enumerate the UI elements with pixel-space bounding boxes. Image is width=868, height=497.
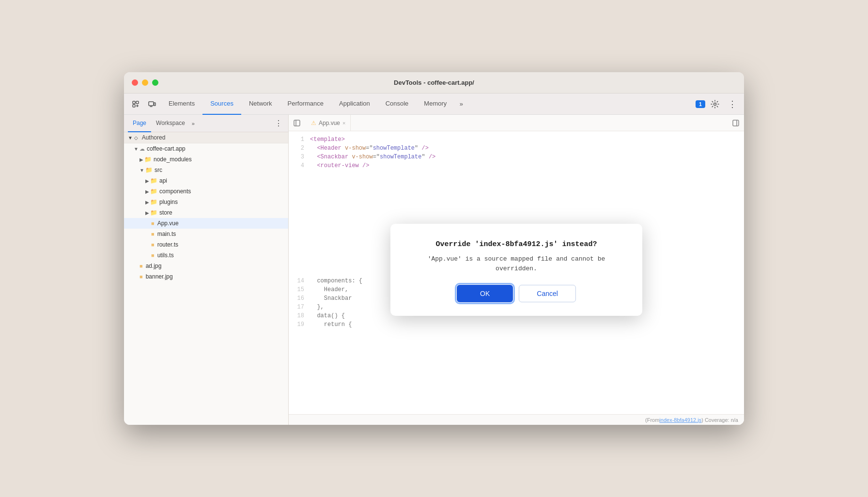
tabbar-right: 1 ⋮	[696, 96, 740, 112]
banner-file-icon: ■	[140, 274, 143, 280]
svg-rect-2	[133, 105, 135, 107]
store-arrow: ▶	[145, 210, 149, 216]
tab-performance[interactable]: Performance	[280, 93, 331, 115]
tab-sources[interactable]: Sources	[202, 93, 241, 115]
device-icon[interactable]	[144, 96, 160, 112]
vue-file-icon: ■	[151, 220, 155, 226]
utils-file-icon: ■	[151, 252, 155, 258]
file-tree: ▼ ☁ coffee-cart.app ▶ 📁 node_modules ▼ 📁…	[124, 143, 288, 425]
folder-icon: 📁	[144, 156, 152, 163]
settings-icon[interactable]	[707, 96, 723, 112]
tree-item-plugins[interactable]: ▶ 📁 plugins	[124, 197, 288, 207]
svg-rect-3	[149, 102, 154, 106]
src-folder-icon: 📁	[145, 167, 153, 173]
authored-section[interactable]: ▼ ◇ Authored	[124, 132, 288, 143]
tree-item-utils-ts[interactable]: ■ utils.ts	[124, 250, 288, 261]
plugins-arrow: ▶	[145, 200, 149, 205]
inspect-icon[interactable]	[128, 96, 143, 112]
main-tabbar: Elements Sources Network Performance App…	[124, 93, 744, 115]
dialog-buttons: OK Cancel	[410, 285, 623, 302]
ad-file-icon: ■	[140, 263, 143, 269]
plugins-folder-icon: 📁	[150, 199, 157, 205]
console-badge[interactable]: 1	[696, 100, 705, 108]
devtools-window: DevTools - coffee-cart.app/ Elements Sou…	[124, 72, 744, 425]
main-area: Page Workspace » ⋮ ▼ ◇ Authored ▼ ☁ cof	[124, 115, 744, 425]
tree-item-api[interactable]: ▶ 📁 api	[124, 175, 288, 186]
titlebar: DevTools - coffee-cart.app/	[124, 72, 744, 93]
editor-area: ⚠ App.vue × 1 <template>	[289, 115, 744, 425]
dialog-title: Override 'index-8bfa4912.js' instead?	[410, 239, 623, 249]
sidebar-options-icon[interactable]: ⋮	[273, 118, 284, 129]
dialog-ok-button[interactable]: OK	[457, 285, 513, 302]
svg-rect-4	[154, 103, 155, 106]
maximize-button[interactable]	[152, 79, 158, 86]
tree-item-banner-jpg[interactable]: ■ banner.jpg	[124, 271, 288, 282]
tab-console[interactable]: Console	[378, 93, 417, 115]
window-controls	[132, 79, 158, 86]
close-button[interactable]	[132, 79, 138, 86]
dialog-overlay: Override 'index-8bfa4912.js' instead? 'A…	[289, 131, 744, 414]
tab-application[interactable]: Application	[331, 93, 378, 115]
dialog-body: 'App.vue' is a source mapped file and ca…	[410, 254, 623, 273]
sidebar-more-tabs[interactable]: »	[190, 121, 197, 126]
svg-point-5	[714, 103, 716, 105]
api-arrow: ▶	[145, 178, 149, 184]
window-title: DevTools - coffee-cart.app/	[394, 79, 474, 86]
ts-file-icon: ■	[151, 231, 155, 237]
svg-rect-1	[136, 101, 139, 104]
router-file-icon: ■	[151, 242, 155, 248]
node-modules-arrow: ▶	[140, 157, 143, 162]
sidebar-tabs: Page Workspace » ⋮	[124, 115, 288, 132]
store-folder-icon: 📁	[150, 209, 157, 216]
tab-elements[interactable]: Elements	[161, 93, 202, 115]
tree-item-ad-jpg[interactable]: ■ ad.jpg	[124, 261, 288, 271]
tree-item-app-vue[interactable]: ■ App.vue	[124, 218, 288, 229]
minimize-button[interactable]	[142, 79, 148, 86]
tab-memory[interactable]: Memory	[416, 93, 454, 115]
dialog-cancel-button[interactable]: Cancel	[519, 285, 576, 302]
components-arrow: ▶	[145, 189, 149, 194]
tree-item-router-ts[interactable]: ■ router.ts	[124, 239, 288, 250]
dialog: Override 'index-8bfa4912.js' instead? 'A…	[390, 224, 642, 316]
code-editor[interactable]: 1 <template> 2 <Header v-show="showTempl…	[289, 131, 744, 414]
sidebar-tab-workspace[interactable]: Workspace	[151, 115, 190, 132]
tree-item-node_modules[interactable]: ▶ 📁 node_modules	[124, 154, 288, 165]
kebab-menu-icon[interactable]: ⋮	[725, 96, 740, 112]
domain-arrow-icon: ▼	[134, 146, 139, 152]
tree-item-domain[interactable]: ▼ ☁ coffee-cart.app	[124, 143, 288, 154]
authored-arrow: ▼ ◇	[128, 135, 138, 140]
svg-rect-0	[133, 101, 135, 104]
sidebar: Page Workspace » ⋮ ▼ ◇ Authored ▼ ☁ cof	[124, 115, 289, 425]
tree-item-components[interactable]: ▶ 📁 components	[124, 186, 288, 197]
sidebar-tab-page[interactable]: Page	[128, 115, 151, 132]
components-folder-icon: 📁	[150, 188, 157, 195]
src-arrow: ▼	[140, 168, 144, 173]
more-tabs-icon[interactable]: »	[454, 97, 468, 111]
api-folder-icon: 📁	[150, 177, 157, 184]
tree-item-src[interactable]: ▼ 📁 src	[124, 165, 288, 175]
tree-item-main-ts[interactable]: ■ main.ts	[124, 229, 288, 239]
tree-item-store[interactable]: ▶ 📁 store	[124, 207, 288, 218]
tab-network[interactable]: Network	[241, 93, 280, 115]
